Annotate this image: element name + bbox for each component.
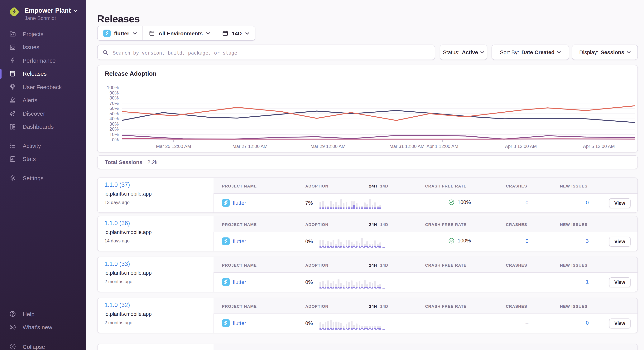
adoption-sparkline[interactable] xyxy=(320,317,385,330)
toggle-14d[interactable]: 14D xyxy=(380,263,388,267)
sparkline-bar xyxy=(380,326,381,329)
sparkline-bar xyxy=(353,201,355,209)
column-adoption: ADOPTION xyxy=(305,304,328,308)
sidebar-item-stats[interactable]: Stats xyxy=(0,152,86,166)
sidebar-item-activity[interactable]: Activity xyxy=(0,139,86,152)
user-name: Jane Schmidt xyxy=(24,15,78,21)
sparkline-bar xyxy=(364,244,366,247)
sidebar-item-projects[interactable]: Projects xyxy=(0,27,86,41)
view-button[interactable]: View xyxy=(609,198,630,208)
column-adoption: ADOPTION xyxy=(305,222,328,227)
project-link-label: flutter xyxy=(233,200,246,206)
column-project-name: PROJECT NAME xyxy=(222,184,257,188)
release-table-header: PROJECT NAME ADOPTION 24H 14D CRASH FREE… xyxy=(214,178,638,194)
issues-icon xyxy=(9,44,16,51)
sparkline-bar xyxy=(369,326,371,329)
display-dropdown[interactable]: Display: Sessions xyxy=(572,45,638,60)
release-version-link[interactable]: 1.1.0 (32) xyxy=(104,302,130,308)
x-axis-label: Apr 5 12:00 AM xyxy=(572,144,626,149)
alerts-icon xyxy=(9,97,16,104)
project-link[interactable]: flutter xyxy=(222,199,246,207)
sparkline-bar xyxy=(364,202,366,209)
column-new-issues: NEW ISSUES xyxy=(551,263,597,267)
adoption-sparkline[interactable] xyxy=(320,197,385,209)
sidebar-item-label: Dashboards xyxy=(23,124,54,130)
column-project-name: PROJECT NAME xyxy=(222,304,257,308)
sidebar-item-issues[interactable]: Issues xyxy=(0,41,86,54)
sparkline-bar xyxy=(332,322,334,329)
project-link[interactable]: flutter xyxy=(222,319,246,327)
search-input[interactable] xyxy=(112,45,428,60)
stats-icon xyxy=(9,156,16,163)
sidebar-item-settings[interactable]: Settings xyxy=(0,171,86,185)
project-link[interactable]: flutter xyxy=(222,278,246,286)
sparkline-bar xyxy=(320,322,321,329)
toggle-14d[interactable]: 14D xyxy=(380,304,388,308)
sidebar-item-performance[interactable]: Performance xyxy=(0,54,86,67)
sidebar-item-label: Projects xyxy=(23,31,44,37)
new-issues-link[interactable]: 0 xyxy=(586,200,589,206)
release-adoption-chart[interactable] xyxy=(122,88,635,144)
y-axis-label: 80% xyxy=(98,95,119,101)
sidebar-item-user-feedback[interactable]: User Feedback xyxy=(0,80,86,94)
release-version-link[interactable]: 1.1.0 (37) xyxy=(104,181,130,188)
adoption-sparkline[interactable] xyxy=(320,276,385,288)
adoption-sparkline[interactable] xyxy=(320,235,385,248)
date-range-filter[interactable]: 14D xyxy=(216,26,255,40)
sparkline-bar xyxy=(328,280,329,288)
toggle-24h[interactable]: 24H xyxy=(369,222,377,227)
sparkline-bar xyxy=(343,203,345,209)
check-circle-icon xyxy=(448,199,455,206)
project-filter[interactable]: flutter xyxy=(98,26,142,40)
display-dropdown-label: Display: xyxy=(579,49,598,55)
sparkline-bar xyxy=(322,281,324,288)
sparkline-bar xyxy=(325,244,326,247)
sparkline-bar xyxy=(356,203,358,209)
x-axis-label: Mar 29 12:00 AM xyxy=(301,144,355,149)
sort-by-dropdown-label: Sort By: xyxy=(500,49,519,55)
new-issues-link[interactable]: 0 xyxy=(586,320,589,326)
chevron-down-icon xyxy=(74,10,78,12)
sparkline-bar xyxy=(351,321,352,329)
release-summary: 1.1.0 (33) io.planttv.mobile.app 2 month… xyxy=(98,257,214,292)
status-dropdown[interactable]: Status: Active xyxy=(440,45,487,60)
sidebar-item-label: Help xyxy=(23,311,34,317)
column-adoption: ADOPTION xyxy=(305,263,328,267)
sidebar-item-dashboards[interactable]: Dashboards xyxy=(0,120,86,133)
adoption-value: 0% xyxy=(305,279,313,285)
toggle-24h[interactable]: 24H xyxy=(369,304,377,308)
sidebar-item-what-s-new[interactable]: What's new xyxy=(0,321,86,334)
sort-by-dropdown[interactable]: Sort By: Date Created xyxy=(492,45,569,60)
new-issues-link[interactable]: 1 xyxy=(586,279,589,285)
toggle-24h[interactable]: 24H xyxy=(369,263,377,267)
whats-new-icon xyxy=(9,324,16,331)
sparkline-bar xyxy=(343,244,345,247)
sparkline-bar xyxy=(374,281,376,288)
sparkline-bar xyxy=(372,205,373,209)
toggle-14d[interactable]: 14D xyxy=(380,184,388,188)
crashes-link[interactable]: 0 xyxy=(526,238,528,244)
view-button[interactable]: View xyxy=(609,277,630,287)
release-version-link[interactable]: 1.1.0 (36) xyxy=(104,220,130,227)
release-table-row: flutter 0% 100% 0 3 View xyxy=(214,232,638,251)
toggle-24h[interactable]: 24H xyxy=(369,184,377,188)
toggle-14d[interactable]: 14D xyxy=(380,222,388,227)
sidebar-item-collapse[interactable]: Collapse xyxy=(0,340,86,350)
sidebar-item-alerts[interactable]: Alerts xyxy=(0,94,86,107)
release-version-link[interactable]: 1.1.0 (33) xyxy=(104,260,130,267)
column-project-name: PROJECT NAME xyxy=(222,263,257,267)
empower-plant-logo xyxy=(8,6,20,18)
org-switcher[interactable]: Empower Plant Jane Schmidt xyxy=(8,6,78,21)
view-button[interactable]: View xyxy=(609,237,630,247)
status-dropdown-value: Active xyxy=(462,49,478,55)
sidebar-item-releases[interactable]: Releases xyxy=(0,67,86,80)
sidebar-item-help[interactable]: Help xyxy=(0,307,86,321)
sidebar-item-discover[interactable]: Discover xyxy=(0,107,86,120)
crashes-link[interactable]: 0 xyxy=(526,200,528,206)
sidebar-item-label: Alerts xyxy=(23,97,38,104)
project-link[interactable]: flutter xyxy=(222,237,246,245)
environment-filter[interactable]: All Environments xyxy=(142,26,216,40)
view-button[interactable]: View xyxy=(609,318,630,328)
sparkline-bar xyxy=(332,204,334,209)
new-issues-link[interactable]: 3 xyxy=(586,238,589,244)
